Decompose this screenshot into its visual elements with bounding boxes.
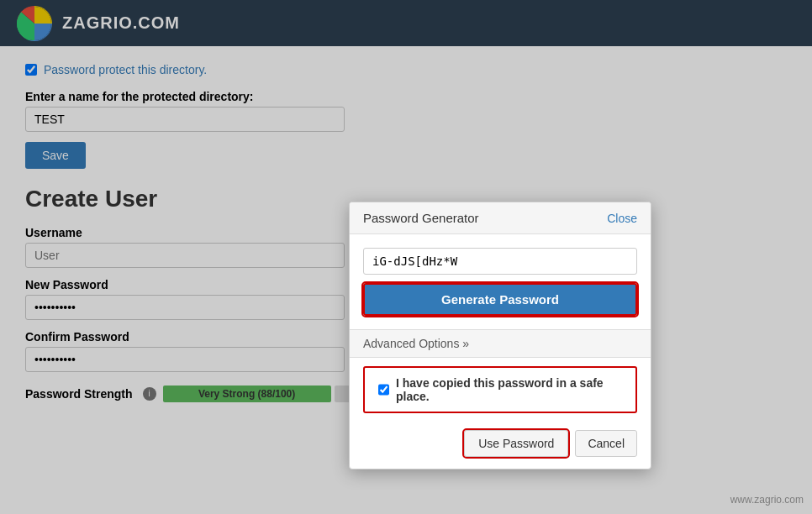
advanced-options-row[interactable]: Advanced Options » [350, 329, 651, 358]
copied-checkbox-row: I have copied this password in a safe pl… [363, 366, 637, 413]
password-generator-modal: Password Generator Close Generate Passwo… [349, 202, 651, 469]
modal-body: Generate Password [350, 234, 651, 329]
modal-title: Password Generator [363, 211, 479, 225]
copied-checkbox[interactable] [378, 384, 389, 396]
modal-close-button[interactable]: Close [607, 212, 637, 225]
generate-password-button[interactable]: Generate Password [363, 283, 637, 316]
copied-label: I have copied this password in a safe pl… [396, 376, 622, 403]
generated-password-input[interactable] [363, 248, 637, 275]
modal-footer: Use Password Cancel [350, 422, 651, 469]
cancel-button[interactable]: Cancel [575, 430, 637, 457]
modal-header: Password Generator Close [350, 202, 651, 234]
use-password-button[interactable]: Use Password [464, 430, 568, 457]
